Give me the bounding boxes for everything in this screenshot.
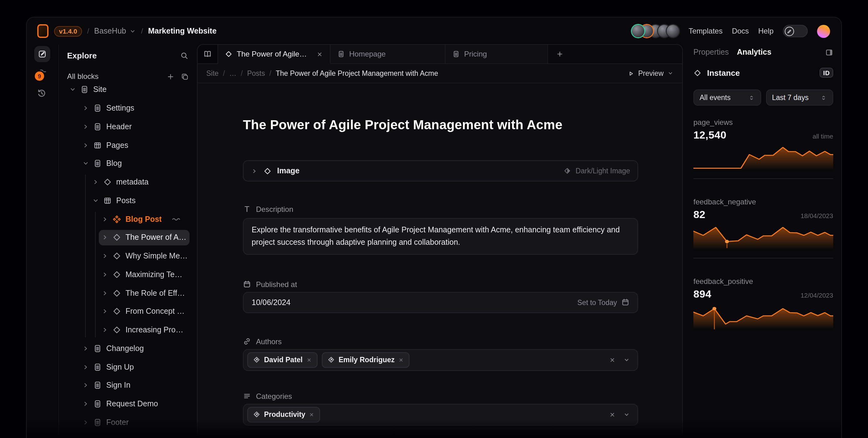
doc-icon — [93, 122, 102, 131]
project-name[interactable]: Marketing Website — [148, 27, 217, 35]
tree-item-blog-post[interactable]: Blog Post — [63, 210, 192, 228]
tree-item-from-concept[interactable]: From Concept … — [63, 302, 192, 320]
pending-changes-badge[interactable]: 9 — [35, 71, 44, 81]
templates-link[interactable]: Templates — [689, 27, 723, 35]
chevron-right-icon[interactable] — [82, 400, 90, 408]
tree-item-the-role-of-eff[interactable]: The Role of Eff… — [63, 284, 192, 302]
tree-item-label: Settings — [106, 104, 134, 113]
page-title[interactable]: The Power of Agile Project Management wi… — [243, 118, 638, 132]
tree-item-label: Request Demo — [106, 400, 158, 408]
tab-the-power-of-agile[interactable]: The Power of Agile… — [218, 45, 331, 63]
chevron-right-icon[interactable] — [101, 326, 109, 334]
metric-chart[interactable] — [693, 305, 833, 329]
compose-button[interactable] — [34, 46, 50, 62]
chevron-right-icon[interactable] — [101, 215, 109, 223]
image-block[interactable]: Image Dark/Light Image — [243, 160, 638, 181]
preview-button[interactable]: Preview — [627, 70, 674, 77]
chevron-right-icon[interactable] — [82, 418, 90, 426]
metric-chart[interactable] — [693, 225, 833, 250]
tree-item-label: Sign In — [106, 381, 130, 389]
events-select[interactable]: All events — [693, 90, 761, 105]
authors-input[interactable]: David Patel Emily Rodriguez — [243, 349, 638, 371]
tree-item-site[interactable]: Site — [63, 81, 192, 99]
tree-item-settings[interactable]: Settings — [63, 99, 192, 118]
tab-pricing[interactable]: Pricing — [445, 45, 548, 63]
tree-item-maximizing-te[interactable]: Maximizing Te… — [63, 265, 192, 284]
docs-link[interactable]: Docs — [732, 27, 749, 35]
chevron-down-icon[interactable] — [623, 411, 630, 418]
chevron-right-icon[interactable] — [82, 123, 90, 130]
tree-item-sign-up[interactable]: Sign Up — [63, 357, 192, 376]
chevron-right-icon[interactable] — [101, 289, 109, 296]
range-select[interactable]: Last 7 days — [766, 90, 833, 105]
description-input[interactable]: Explore the transformative benefits of A… — [243, 218, 638, 254]
top-bar: v1.4.0 / BaseHub / Marketing Website Tem… — [27, 18, 841, 45]
version-badge[interactable]: v1.4.0 — [54, 26, 82, 36]
tree-item-posts[interactable]: Posts — [63, 191, 192, 210]
chevron-right-icon[interactable] — [92, 178, 99, 186]
doc-icon — [93, 381, 102, 389]
collapse-panel-icon[interactable] — [825, 48, 833, 56]
chevron-right-icon[interactable] — [101, 308, 109, 315]
categories-input[interactable]: Productivity — [243, 404, 638, 425]
image-variant-badge[interactable]: Dark/Light Image — [564, 167, 630, 175]
metric-value: 12,540 — [693, 129, 726, 142]
chevron-down-icon[interactable] — [82, 160, 90, 167]
chip-david-patel[interactable]: David Patel — [247, 352, 317, 368]
edit-mode-toggle[interactable] — [783, 25, 808, 37]
chevron-right-icon[interactable] — [82, 381, 90, 389]
tree-item-the-power-of-a[interactable]: The Power of A… — [63, 228, 192, 247]
breadcrumb-ellipsis[interactable]: … — [229, 70, 237, 77]
chevron-right-icon[interactable] — [82, 345, 90, 352]
tab-analytics[interactable]: Analytics — [737, 48, 771, 57]
org-menu[interactable]: BaseHub — [94, 27, 136, 35]
chevron-right-icon[interactable] — [82, 363, 90, 371]
breadcrumb-posts[interactable]: Posts — [247, 70, 265, 77]
clear-icon[interactable] — [609, 356, 616, 363]
breadcrumb-site[interactable]: Site — [206, 70, 219, 77]
chip-emily-rodriguez[interactable]: Emily Rodriguez — [322, 352, 409, 368]
id-badge[interactable]: ID — [820, 68, 833, 77]
chevron-right-icon[interactable] — [101, 234, 109, 241]
tree-item-changelog[interactable]: Changelog — [63, 339, 192, 357]
tree-item-request-demo[interactable]: Request Demo — [63, 395, 192, 413]
remove-chip-icon[interactable] — [309, 412, 315, 417]
tree-item-metadata[interactable]: metadata — [63, 173, 192, 191]
remove-chip-icon[interactable] — [306, 357, 312, 363]
remove-chip-icon[interactable] — [398, 357, 404, 363]
avatar[interactable] — [667, 25, 679, 37]
published-date-input[interactable]: 10/06/2024 Set to Today — [243, 292, 638, 313]
tree-item-blog[interactable]: Blog — [63, 154, 192, 173]
chevron-right-icon[interactable] — [251, 167, 258, 174]
chip-label: Emily Rodriguez — [339, 356, 395, 364]
set-to-today-button[interactable]: Set to Today — [578, 298, 629, 306]
tree-item-pages[interactable]: Pages — [63, 136, 192, 154]
basehub-logo[interactable] — [37, 24, 49, 38]
user-avatar[interactable] — [817, 25, 830, 38]
close-icon[interactable] — [316, 51, 323, 58]
tab-homepage[interactable]: Homepage — [331, 45, 445, 63]
chevron-right-icon[interactable] — [82, 142, 90, 149]
tree-item-sign-in[interactable]: Sign In — [63, 376, 192, 395]
chevron-right-icon[interactable] — [101, 271, 109, 278]
toggle-knob[interactable] — [784, 26, 794, 36]
metric-chart[interactable] — [693, 145, 833, 170]
collaborator-avatars[interactable] — [632, 25, 679, 37]
new-tab-button[interactable] — [548, 45, 571, 63]
help-link[interactable]: Help — [758, 27, 774, 35]
clear-icon[interactable] — [609, 411, 616, 418]
breadcrumb-separator: / — [241, 70, 243, 77]
chip-productivity[interactable]: Productivity — [247, 407, 320, 422]
tree-item-header[interactable]: Header — [63, 118, 192, 136]
chevron-down-icon[interactable] — [623, 356, 630, 363]
chevron-right-icon[interactable] — [101, 252, 109, 260]
chevron-right-icon[interactable] — [82, 104, 90, 112]
tree-item-footer[interactable]: Footer — [63, 413, 192, 432]
tree-item-increasing-pro[interactable]: Increasing Pro… — [63, 320, 192, 339]
chevron-down-icon[interactable] — [92, 197, 99, 205]
tab-properties[interactable]: Properties — [693, 48, 729, 57]
history-icon[interactable] — [37, 88, 46, 98]
tree-item-why-simple-me[interactable]: Why Simple Me… — [63, 247, 192, 265]
chevron-down-icon[interactable] — [69, 86, 76, 94]
reader-tab[interactable] — [197, 45, 218, 63]
